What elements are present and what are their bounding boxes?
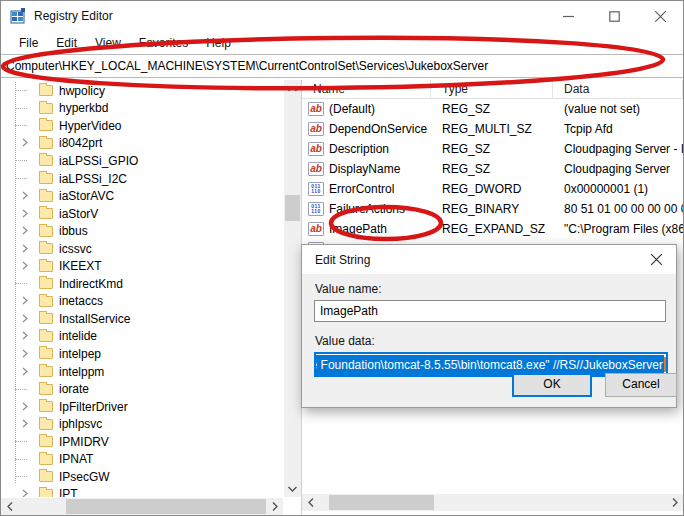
tree-vertical-scrollbar[interactable]: [284, 80, 301, 497]
value-row-ImagePath[interactable]: abImagePathREG_EXPAND_SZ"C:\Program File…: [302, 219, 683, 239]
address-bar[interactable]: Computer\HKEY_LOCAL_MACHINE\SYSTEM\Curre…: [1, 54, 683, 78]
tree-item-IKEEXT[interactable]: IKEEXT: [1, 257, 283, 275]
tree-item-label[interactable]: IKEEXT: [59, 259, 102, 273]
scroll-thumb[interactable]: [329, 495, 434, 510]
tree-item-label[interactable]: iaStorAVC: [59, 189, 114, 203]
scroll-right-icon[interactable]: [666, 494, 683, 511]
menu-view[interactable]: View: [86, 34, 130, 52]
menu-edit[interactable]: Edit: [47, 34, 86, 52]
chevron-right-icon[interactable]: [21, 259, 29, 273]
chevron-right-icon[interactable]: [21, 329, 29, 343]
tree-item-iorate[interactable]: iorate: [1, 380, 283, 398]
tree-item-label[interactable]: iaStorV: [59, 207, 98, 221]
tree-item-iaStorAVC[interactable]: iaStorAVC: [1, 187, 283, 205]
tree-item-label[interactable]: iaLPSSi_GPIO: [59, 154, 138, 168]
tree-item-IPsecGW[interactable]: IPsecGW: [1, 468, 283, 486]
value-row-DisplayName[interactable]: abDisplayNameREG_SZCloudpaging Server: [302, 159, 683, 179]
tree-item-label[interactable]: IpFilterDriver: [59, 400, 128, 414]
ok-button[interactable]: OK: [512, 373, 592, 397]
tree-item-iaStorV[interactable]: iaStorV: [1, 205, 283, 223]
tree-item-intelide[interactable]: intelide: [1, 328, 283, 346]
tree-item-label[interactable]: InstallService: [59, 312, 130, 326]
value-row-DependOnService[interactable]: abDependOnServiceREG_MULTI_SZTcpip Afd: [302, 119, 683, 139]
tree-item-IPT[interactable]: IPT: [1, 486, 283, 497]
tree-item-label[interactable]: intelide: [59, 329, 97, 343]
tree-item-hwpolicy[interactable]: hwpolicy: [1, 82, 283, 100]
tree-item-HyperVideo[interactable]: HyperVideo: [1, 117, 283, 135]
tree-item-label[interactable]: inetaccs: [59, 294, 103, 308]
column-header-type[interactable]: Type: [431, 80, 553, 98]
chevron-right-icon[interactable]: [21, 294, 29, 308]
tree-item-label[interactable]: i8042prt: [59, 136, 102, 150]
tree-item-icssvc[interactable]: icssvc: [1, 240, 283, 258]
registry-editor-window: Registry Editor FileEditViewFavoritesHel…: [0, 0, 684, 516]
value-name-field[interactable]: ImagePath: [314, 300, 666, 322]
chevron-right-icon[interactable]: [21, 312, 29, 326]
tree-item-IPMIDRV[interactable]: IPMIDRV: [1, 433, 283, 451]
scroll-up-icon[interactable]: [284, 80, 301, 97]
tree-item-label[interactable]: iphlpsvc: [59, 417, 102, 431]
scroll-left-icon[interactable]: [1, 498, 18, 515]
tree-item-IpFilterDriver[interactable]: IpFilterDriver: [1, 398, 283, 416]
chevron-right-icon[interactable]: [21, 417, 29, 431]
tree-item-InstallService[interactable]: InstallService: [1, 310, 283, 328]
tree-item-iaLPSSi_GPIO[interactable]: iaLPSSi_GPIO: [1, 152, 283, 170]
tree-item-i8042prt[interactable]: i8042prt: [1, 135, 283, 153]
tree-item-iphlpsvc[interactable]: iphlpsvc: [1, 415, 283, 433]
tree-item-label[interactable]: iaLPSSi_I2C: [59, 172, 127, 186]
list-horizontal-scrollbar[interactable]: [302, 494, 683, 511]
chevron-right-icon[interactable]: [21, 242, 29, 256]
chevron-right-icon[interactable]: [21, 487, 29, 497]
tree-item-label[interactable]: HyperVideo: [59, 119, 121, 133]
value-row-ErrorControl[interactable]: 011110ErrorControlREG_DWORD0x00000001 (1…: [302, 179, 683, 199]
chevron-right-icon[interactable]: [21, 224, 29, 238]
tree-item-IPNAT[interactable]: IPNAT: [1, 450, 283, 468]
chevron-right-icon[interactable]: [21, 347, 29, 361]
column-header-name[interactable]: Name: [302, 80, 431, 98]
value-row-FailureActions[interactable]: 011110FailureActionsREG_BINARY80 51 01 0…: [302, 199, 683, 219]
scroll-down-icon[interactable]: [284, 480, 301, 497]
tree-item-ibbus[interactable]: ibbus: [1, 222, 283, 240]
maximize-button[interactable]: [591, 1, 637, 31]
value-row-Description[interactable]: abDescriptionREG_SZCloudpaging Server - …: [302, 139, 683, 159]
dialog-close-icon[interactable]: [636, 245, 676, 274]
menu-favorites[interactable]: Favorites: [130, 34, 197, 52]
tree-item-intelppm[interactable]: intelppm: [1, 363, 283, 381]
scroll-thumb[interactable]: [285, 195, 300, 221]
tree-item-label[interactable]: IPNAT: [59, 452, 93, 466]
close-button[interactable]: [637, 1, 683, 31]
folder-icon: [39, 348, 53, 359]
menu-file[interactable]: File: [10, 34, 47, 52]
tree-horizontal-scrollbar[interactable]: [1, 498, 283, 515]
tree-item-intelpep[interactable]: intelpep: [1, 345, 283, 363]
tree-item-IndirectKmd[interactable]: IndirectKmd: [1, 275, 283, 293]
tree-item-label[interactable]: icssvc: [59, 242, 92, 256]
tree-item-label[interactable]: hwpolicy: [59, 84, 105, 98]
tree-item-label[interactable]: hyperkbd: [59, 101, 108, 115]
tree-item-label[interactable]: IndirectKmd: [59, 277, 123, 291]
tree-item-hyperkbd[interactable]: hyperkbd: [1, 100, 283, 118]
column-header-data[interactable]: Data: [553, 80, 683, 98]
value-type: REG_SZ: [431, 102, 553, 116]
tree-item-label[interactable]: intelpep: [59, 347, 101, 361]
tree-item-label[interactable]: IPMIDRV: [59, 435, 109, 449]
cancel-button[interactable]: Cancel: [605, 373, 677, 397]
tree-item-inetaccs[interactable]: inetaccs: [1, 293, 283, 311]
scroll-right-icon[interactable]: [266, 498, 283, 515]
tree-item-label[interactable]: iorate: [59, 382, 89, 396]
minimize-button[interactable]: [545, 1, 591, 31]
chevron-right-icon[interactable]: [21, 400, 29, 414]
value-row-Default[interactable]: ab(Default)REG_SZ(value not set): [302, 99, 683, 119]
tree-item-iaLPSSi_I2C[interactable]: iaLPSSi_I2C: [1, 170, 283, 188]
chevron-right-icon[interactable]: [21, 365, 29, 379]
chevron-right-icon[interactable]: [21, 136, 29, 150]
tree-item-label[interactable]: IPsecGW: [59, 470, 110, 484]
tree-item-label[interactable]: intelppm: [59, 365, 104, 379]
chevron-right-icon[interactable]: [21, 189, 29, 203]
menu-help[interactable]: Help: [197, 34, 240, 52]
scroll-thumb[interactable]: [66, 499, 266, 514]
tree-item-label[interactable]: ibbus: [59, 224, 88, 238]
tree-item-label[interactable]: IPT: [59, 487, 78, 497]
scroll-left-icon[interactable]: [302, 494, 319, 511]
chevron-right-icon[interactable]: [21, 207, 29, 221]
